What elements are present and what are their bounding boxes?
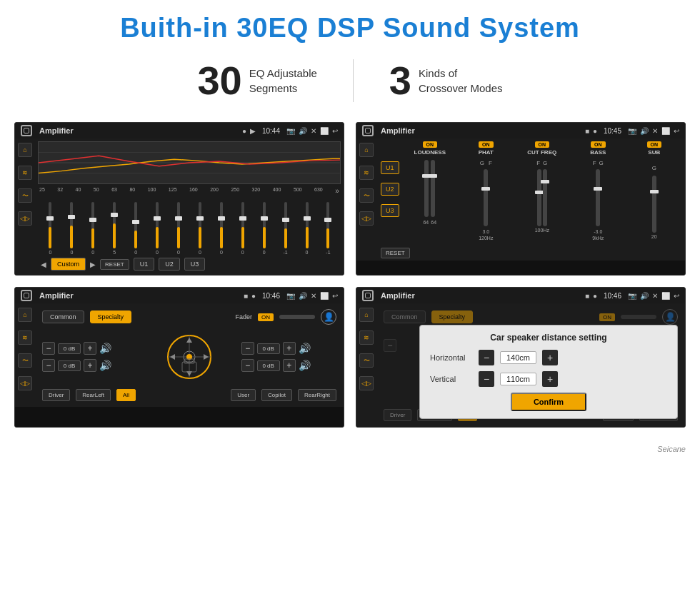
s3-home[interactable]: ⌂: [18, 308, 32, 322]
horizontal-plus-btn[interactable]: +: [542, 350, 558, 365]
sidebar-home-icon[interactable]: ⌂: [18, 143, 32, 157]
speaker-crosshair[interactable]: [141, 332, 236, 382]
fl-minus[interactable]: −: [42, 342, 55, 355]
fr-minus[interactable]: −: [241, 342, 254, 355]
rl-minus[interactable]: −: [42, 359, 55, 372]
bass-label: BASS: [590, 149, 606, 156]
phat-on-btn[interactable]: ON: [479, 141, 494, 148]
crossover-stat-block: 3 Kinds of Crossover Modes: [354, 61, 539, 101]
user-btn[interactable]: User: [231, 389, 256, 401]
loudness-on-btn[interactable]: ON: [423, 141, 438, 148]
sidebar-wave-icon[interactable]: 〜: [18, 188, 32, 203]
screen1-app-title: Amplifier: [39, 126, 239, 135]
home-icon[interactable]: [21, 125, 32, 136]
reset-btn-1[interactable]: RESET: [100, 259, 129, 270]
prev-btn[interactable]: ◀: [41, 261, 46, 268]
horizontal-minus-btn[interactable]: −: [479, 350, 494, 365]
sub-on-btn[interactable]: ON: [647, 141, 662, 148]
eq-slider-2: 0: [62, 202, 81, 255]
eq-slider-3: 0: [84, 202, 103, 255]
fr-db-value: 0 dB: [257, 343, 280, 354]
sidebar-vol-icon[interactable]: ◁▷: [18, 211, 32, 226]
volume-icon: 🔊: [299, 127, 307, 135]
rl-db-value: 0 dB: [58, 360, 81, 371]
screen2-content: ⌂ ≋ 〜 ◁▷ U1 U2 U3: [356, 138, 685, 261]
fl-plus[interactable]: +: [84, 342, 96, 355]
xo-u3-btn[interactable]: U3: [381, 204, 399, 217]
xo-u2-btn[interactable]: U2: [381, 183, 399, 196]
screen4-content: ⌂ ≋ 〜 ◁▷ Common Specialty ON 👤: [356, 303, 685, 427]
sub-slider[interactable]: [652, 176, 656, 233]
loudness-label: LOUDNESS: [414, 149, 446, 156]
next-btn[interactable]: ▶: [90, 261, 96, 268]
cutfreq-slider-2[interactable]: [543, 169, 547, 226]
cutfreq-slider-1[interactable]: [537, 169, 541, 226]
s4-eq[interactable]: ≋: [359, 330, 374, 345]
profile-icon-3[interactable]: 👤: [321, 309, 336, 325]
s3-vol[interactable]: ◁▷: [18, 376, 32, 390]
fr-speaker-icon: 🔊: [299, 343, 311, 354]
s2-sidebar-vol[interactable]: ◁▷: [359, 211, 374, 226]
fr-plus[interactable]: +: [283, 342, 296, 355]
s2-sidebar-home[interactable]: ⌂: [359, 143, 374, 157]
screen2-statusbar: Amplifier ■ ● 10:45 📷 🔊 ✕ ⬜ ↩: [356, 123, 685, 138]
specialty-tab[interactable]: Specialty: [90, 310, 132, 323]
bass-on-btn[interactable]: ON: [591, 141, 606, 148]
vertical-plus-btn[interactable]: +: [542, 371, 558, 387]
driver-btn[interactable]: Driver: [42, 389, 70, 401]
screen4-status-icons: ■ ● 10:46 📷 🔊 ✕ ⬜ ↩: [585, 292, 679, 300]
screen4-sidebar: ⌂ ≋ 〜 ◁▷: [356, 303, 376, 427]
phat-slider[interactable]: [484, 169, 488, 226]
all-btn[interactable]: All: [116, 389, 136, 401]
cutfreq-on-btn[interactable]: ON: [535, 141, 550, 148]
s3-eq[interactable]: ≋: [18, 330, 32, 345]
rl-plus[interactable]: +: [84, 359, 96, 372]
u1-btn[interactable]: U1: [134, 258, 155, 271]
fr-channel: − 0 dB + 🔊: [241, 342, 336, 355]
rr-minus[interactable]: −: [241, 359, 254, 372]
horizontal-value: 140cm: [500, 351, 536, 364]
eq-slider-6: 0: [148, 202, 167, 255]
screen3-app-title: Amplifier: [39, 291, 241, 300]
xo-reset-btn[interactable]: RESET: [381, 248, 410, 258]
eq-stat-number: 30: [197, 61, 241, 101]
confirm-btn[interactable]: Confirm: [511, 393, 586, 411]
page-header: Buith-in 30EQ DSP Sound System: [0, 0, 700, 51]
fader-slider[interactable]: [279, 315, 315, 319]
loudness-slider-l[interactable]: [424, 160, 429, 217]
xo-u1-btn[interactable]: U1: [381, 161, 399, 174]
common-tab[interactable]: Common: [42, 310, 84, 323]
s2-sidebar-wave[interactable]: 〜: [359, 188, 374, 203]
dot-icon-3: ●: [251, 292, 256, 300]
rr-plus[interactable]: +: [283, 359, 296, 372]
eq-slider-4: 5: [105, 202, 124, 255]
screen2-preview: Amplifier ■ ● 10:45 📷 🔊 ✕ ⬜ ↩ ⌂ ≋ 〜 ◁▷: [356, 122, 686, 276]
record-icon-3: ■: [244, 292, 248, 300]
vertical-value: 110cm: [500, 373, 536, 385]
vertical-minus-btn[interactable]: −: [479, 371, 494, 387]
home-icon-2[interactable]: [362, 125, 374, 136]
camera-icon: 📷: [286, 127, 295, 135]
screen1-time: 10:44: [262, 127, 280, 135]
home-icon-3[interactable]: [21, 290, 32, 301]
u2-btn[interactable]: U2: [159, 258, 180, 271]
bass-slider[interactable]: [596, 169, 600, 226]
s3-wave[interactable]: 〜: [18, 353, 32, 368]
eq-slider-10: 0: [233, 202, 252, 255]
eq-slider-1: 0: [41, 202, 60, 255]
loudness-slider-r[interactable]: [431, 160, 435, 217]
home-icon-4[interactable]: [362, 290, 374, 301]
fader-on-btn[interactable]: ON: [258, 313, 274, 321]
custom-mode-btn[interactable]: Custom: [51, 258, 86, 271]
s4-wave[interactable]: 〜: [359, 353, 374, 368]
s2-sidebar-eq[interactable]: ≋: [359, 166, 374, 180]
u3-btn[interactable]: U3: [184, 258, 206, 271]
s4-home[interactable]: ⌂: [359, 308, 374, 322]
rear-left-btn[interactable]: RearLeft: [76, 389, 111, 401]
copilot-btn[interactable]: Copilot: [261, 389, 292, 401]
eq-slider-12: -1: [276, 202, 295, 255]
sidebar-eq-icon[interactable]: ≋: [18, 166, 32, 180]
s4-vol[interactable]: ◁▷: [359, 376, 374, 390]
rear-right-btn[interactable]: RearRight: [298, 389, 336, 401]
right-channels: − 0 dB + 🔊 − 0 dB + 🔊: [241, 342, 336, 372]
